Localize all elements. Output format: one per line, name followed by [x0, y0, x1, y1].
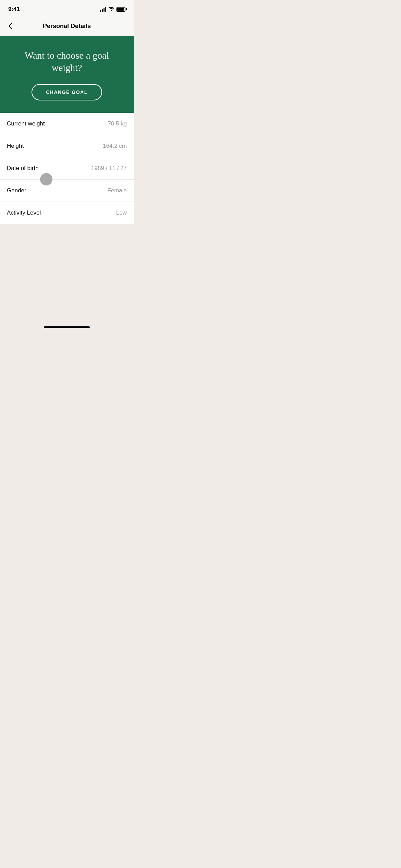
details-section: Current weight 70.5 kg Height 164.2 cm D…: [0, 113, 134, 224]
activity-level-label: Activity Level: [7, 209, 41, 216]
empty-area: [0, 224, 134, 320]
gender-row[interactable]: Gender Female: [0, 180, 134, 202]
activity-level-row[interactable]: Activity Level Low: [0, 202, 134, 224]
height-row[interactable]: Height 164.2 cm: [0, 135, 134, 157]
date-of-birth-label: Date of birth: [7, 165, 39, 172]
date-of-birth-row[interactable]: Date of birth 1989 / 11 / 27: [0, 157, 134, 180]
change-goal-button[interactable]: CHANGE GOAL: [32, 84, 102, 100]
current-weight-value: 70.5 kg: [108, 120, 127, 127]
activity-level-value: Low: [116, 209, 127, 216]
height-label: Height: [7, 143, 24, 149]
height-value: 164.2 cm: [103, 143, 127, 149]
status-icons: [100, 7, 125, 12]
home-bar: [44, 326, 90, 328]
gender-label: Gender: [7, 187, 26, 194]
date-of-birth-value: 1989 / 11 / 27: [91, 165, 127, 172]
status-bar: 9:41: [0, 0, 134, 16]
scroll-indicator: [40, 173, 52, 185]
current-weight-row[interactable]: Current weight 70.5 kg: [0, 113, 134, 135]
home-indicator: [0, 320, 134, 331]
battery-icon: [116, 7, 125, 12]
current-weight-label: Current weight: [7, 120, 45, 127]
banner-headline: Want to choose a goal weight?: [10, 49, 123, 74]
wifi-icon: [108, 7, 114, 12]
gender-value: Female: [107, 187, 127, 194]
signal-icon: [100, 7, 106, 12]
back-button[interactable]: [7, 21, 14, 31]
page-title: Personal Details: [43, 23, 91, 30]
goal-weight-banner: Want to choose a goal weight? CHANGE GOA…: [0, 36, 134, 113]
status-time: 9:41: [8, 6, 20, 13]
nav-bar: Personal Details: [0, 16, 134, 36]
